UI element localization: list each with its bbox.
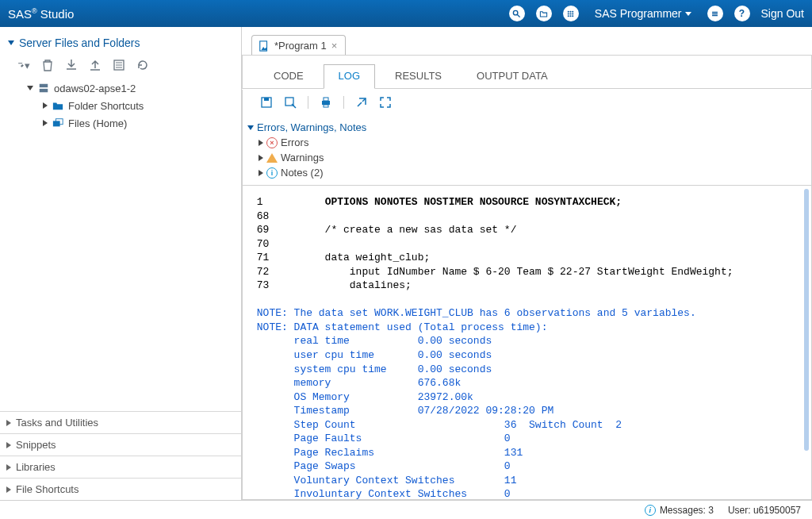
popout-icon[interactable] — [355, 96, 368, 109]
editor-region: *Program 1 × CODE LOG RESULTS OUTPUT DAT… — [242, 27, 812, 500]
info-icon: i — [645, 505, 656, 516]
topbar-icons: SAS Programmer ? Sign Out — [509, 6, 804, 21]
svg-point-2 — [568, 10, 569, 12]
log-toolbar — [242, 90, 812, 115]
chevron-right-icon — [43, 102, 48, 109]
tab-log[interactable]: LOG — [324, 64, 375, 89]
more-icon[interactable] — [707, 6, 723, 21]
svg-point-3 — [570, 10, 572, 12]
chevron-right-icon — [6, 442, 11, 448]
chevron-right-icon — [43, 120, 48, 126]
svg-point-6 — [570, 13, 572, 14]
program-tab-label: *Program 1 — [274, 40, 327, 52]
properties-icon[interactable] — [113, 59, 125, 71]
chevron-right-icon — [6, 486, 11, 493]
left-sidebar: Server Files and Folders ▾ odaws02-apse1… — [0, 27, 242, 500]
signout-link[interactable]: Sign Out — [761, 7, 804, 20]
upload-icon[interactable] — [89, 59, 102, 71]
topbar: SAS® Studio SAS Programmer ? Sign Out — [0, 0, 812, 27]
file-tabbar: *Program 1 × — [242, 27, 812, 56]
chevron-right-icon — [259, 170, 263, 176]
svg-line-1 — [518, 14, 520, 17]
chevron-right-icon — [259, 140, 263, 146]
file-shortcuts-panel-header[interactable]: File Shortcuts — [0, 478, 241, 500]
panel-title: Server Files and Folders — [19, 37, 140, 49]
file-tree: odaws02-apse1-2 Folder Shortcuts Files (… — [0, 78, 241, 411]
log-summary: Errors, Warnings, Notes ×Errors Warnings… — [242, 115, 812, 185]
chevron-right-icon — [259, 155, 263, 161]
chevron-right-icon — [6, 464, 11, 471]
libraries-panel-header[interactable]: Libraries — [0, 456, 241, 478]
log-notes-row[interactable]: iNotes (2) — [259, 165, 811, 180]
svg-rect-18 — [40, 84, 48, 87]
log-output[interactable]: 1 OPTIONS NONOTES NOSTIMER NOSOURCE NOSY… — [242, 185, 812, 500]
delete-icon[interactable] — [41, 59, 54, 71]
open-icon[interactable] — [536, 6, 552, 21]
server-icon — [37, 82, 50, 94]
brand: SAS® Studio — [8, 7, 74, 21]
files-home-label: Files (Home) — [68, 117, 127, 129]
svg-point-8 — [568, 15, 569, 17]
search-icon[interactable] — [509, 6, 525, 21]
tab-code[interactable]: CODE — [259, 64, 319, 89]
svg-point-9 — [570, 15, 572, 17]
editor-subtabs: CODE LOG RESULTS OUTPUT DATA — [242, 55, 812, 89]
chevron-down-icon — [27, 86, 33, 90]
separator — [343, 96, 344, 109]
refresh-icon[interactable] — [136, 59, 149, 71]
log-summary-header[interactable]: Errors, Warnings, Notes — [247, 120, 811, 135]
server-label: odaws02-apse1-2 — [54, 83, 136, 94]
svg-rect-26 — [322, 101, 330, 105]
log-errors-row[interactable]: ×Errors — [259, 135, 811, 150]
folder-shortcuts-label: Folder Shortcuts — [68, 100, 144, 112]
error-icon: × — [266, 137, 278, 148]
tab-output-data[interactable]: OUTPUT DATA — [462, 64, 563, 89]
download-icon[interactable] — [65, 59, 78, 71]
tab-results[interactable]: RESULTS — [380, 64, 457, 89]
server-node[interactable]: odaws02-apse1-2 — [27, 79, 241, 97]
chevron-down-icon — [247, 125, 254, 130]
chevron-down-icon — [685, 12, 691, 16]
home-icon — [52, 117, 64, 129]
apps-icon[interactable] — [563, 6, 579, 21]
user-indicator: User: u61950057 — [728, 505, 801, 516]
folder-shortcut-icon — [52, 99, 64, 112]
sidebar-toolbar: ▾ — [0, 56, 241, 78]
server-files-panel-header[interactable]: Server Files and Folders — [0, 27, 241, 56]
program-file-icon — [259, 40, 270, 52]
files-home-node[interactable]: Files (Home) — [43, 114, 241, 132]
svg-point-0 — [514, 10, 519, 15]
svg-point-7 — [573, 13, 574, 14]
status-bar: iMessages: 3 User: u61950057 — [0, 500, 812, 519]
chevron-down-icon — [8, 40, 14, 45]
program-tab[interactable]: *Program 1 × — [251, 35, 346, 56]
fullscreen-icon[interactable] — [379, 96, 392, 109]
warning-icon — [266, 153, 278, 163]
svg-rect-24 — [264, 98, 269, 101]
save-as-icon[interactable] — [284, 96, 297, 109]
svg-rect-20 — [53, 121, 60, 126]
snippets-panel-header[interactable]: Snippets — [0, 433, 241, 456]
role-dropdown[interactable]: SAS Programmer — [595, 7, 691, 20]
svg-rect-27 — [324, 98, 328, 101]
svg-point-10 — [573, 15, 574, 17]
separator — [308, 96, 308, 109]
new-icon[interactable]: ▾ — [17, 59, 30, 71]
info-icon: i — [266, 167, 278, 179]
help-icon[interactable]: ? — [734, 6, 750, 21]
messages-indicator[interactable]: iMessages: 3 — [645, 505, 714, 516]
print-icon[interactable] — [320, 96, 332, 109]
save-icon[interactable] — [260, 96, 273, 109]
chevron-right-icon — [6, 420, 11, 426]
tasks-panel-header[interactable]: Tasks and Utilities — [0, 411, 241, 433]
svg-point-4 — [573, 10, 574, 12]
folder-shortcuts-node[interactable]: Folder Shortcuts — [43, 97, 241, 114]
svg-rect-19 — [40, 89, 48, 92]
close-icon[interactable]: × — [331, 40, 338, 52]
log-warnings-row[interactable]: Warnings — [259, 150, 811, 165]
svg-rect-28 — [324, 105, 328, 107]
svg-point-5 — [568, 13, 569, 14]
scrollbar[interactable] — [804, 189, 809, 451]
